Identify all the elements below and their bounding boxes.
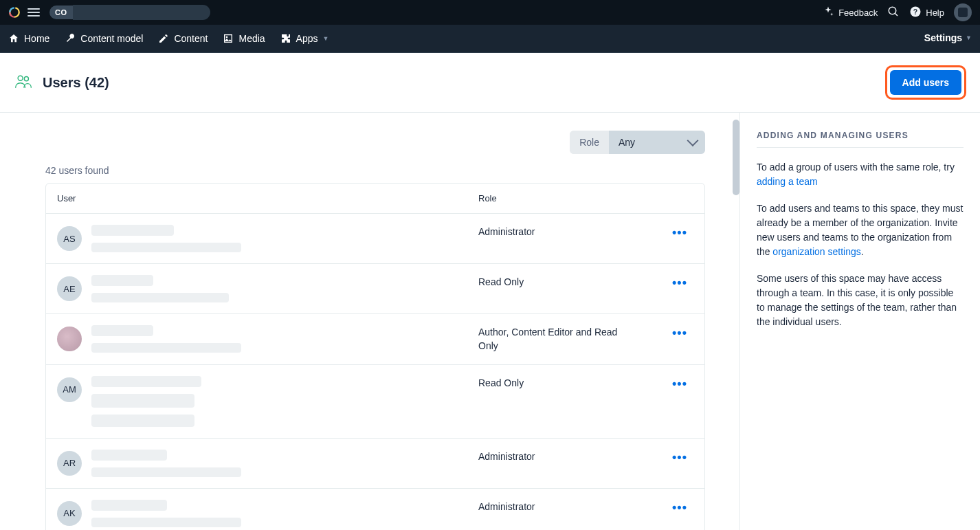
home-icon xyxy=(8,33,19,44)
user-email-redacted xyxy=(91,243,241,252)
nav-home[interactable]: Home xyxy=(8,33,49,44)
table-row[interactable]: AS Administrator ••• xyxy=(46,214,704,264)
chevron-down-icon: ▼ xyxy=(966,34,972,41)
filter-row: Role Any xyxy=(45,131,726,154)
space-name-redacted xyxy=(73,5,210,20)
table-row[interactable]: AK Administrator ••• xyxy=(46,489,704,530)
user-name-redacted xyxy=(91,500,167,511)
page-title: Users (42) xyxy=(43,75,109,91)
avatar xyxy=(57,327,82,351)
avatar: AM xyxy=(57,377,82,402)
user-email-redacted xyxy=(91,293,229,302)
user-email-redacted xyxy=(91,467,241,477)
main-content: Role Any 42 users found User Role AS Adm… xyxy=(0,113,980,530)
avatar: AE xyxy=(57,276,82,301)
nav-content-model[interactable]: Content model xyxy=(65,33,143,44)
more-actions-icon[interactable]: ••• xyxy=(672,501,687,514)
logo-icon[interactable] xyxy=(8,6,21,19)
puzzle-icon xyxy=(280,33,291,44)
user-name-redacted xyxy=(91,275,153,286)
more-actions-icon[interactable]: ••• xyxy=(672,451,687,463)
chevron-down-icon: ▼ xyxy=(323,35,329,42)
svg-text:?: ? xyxy=(913,7,917,15)
user-line3-redacted xyxy=(91,415,194,427)
role-filter-select[interactable]: Any xyxy=(609,131,705,154)
image-icon xyxy=(223,33,234,44)
column-header-user: User xyxy=(57,193,478,203)
results-count: 42 users found xyxy=(45,165,726,176)
help-icon: ? xyxy=(909,5,922,20)
space-selector[interactable]: CO xyxy=(49,5,210,20)
nav-settings-label: Settings xyxy=(924,32,962,43)
feedback-label: Feedback xyxy=(838,8,878,18)
add-users-button[interactable]: Add users xyxy=(890,70,961,95)
page-header: Users (42) Add users xyxy=(0,53,980,113)
more-actions-icon[interactable]: ••• xyxy=(672,226,687,239)
users-icon xyxy=(14,72,33,93)
user-role: Read Only xyxy=(478,275,666,289)
help-label: Help xyxy=(926,8,944,18)
role-filter-label: Role xyxy=(570,131,609,154)
user-role: Administrator xyxy=(478,225,666,239)
sidebar-heading: ADDING AND MANAGING USERS xyxy=(757,131,964,148)
table-row[interactable]: Author, Content Editor and Read Only ••• xyxy=(46,314,704,365)
nav-apps[interactable]: Apps ▼ xyxy=(280,33,329,44)
feedback-button[interactable]: Feedback xyxy=(822,5,878,20)
user-email-redacted xyxy=(91,518,241,527)
role-filter: Role Any xyxy=(570,131,705,154)
user-name-redacted xyxy=(91,325,153,336)
avatar: AK xyxy=(57,501,82,526)
wrench-icon xyxy=(65,33,76,44)
nav-settings[interactable]: Settings ▼ xyxy=(924,32,972,45)
svg-point-3 xyxy=(889,7,897,14)
nav-media[interactable]: Media xyxy=(223,33,265,44)
more-actions-icon[interactable]: ••• xyxy=(672,276,687,289)
user-name-redacted xyxy=(91,450,167,461)
nav-home-label: Home xyxy=(24,33,49,44)
svg-point-8 xyxy=(18,76,23,80)
table-row[interactable]: AM Read Only ••• xyxy=(46,365,704,439)
nav-apps-label: Apps xyxy=(296,33,318,44)
sparkle-icon xyxy=(822,5,834,20)
avatar: AS xyxy=(57,226,82,251)
user-line2-redacted xyxy=(91,394,194,408)
users-table: User Role AS Administrator ••• AE Read O… xyxy=(45,183,705,530)
more-actions-icon[interactable]: ••• xyxy=(672,327,687,339)
add-users-highlight: Add users xyxy=(885,65,966,100)
space-badge: CO xyxy=(49,5,73,19)
user-name-redacted xyxy=(91,225,174,236)
svg-point-7 xyxy=(226,36,228,38)
help-sidebar: ADDING AND MANAGING USERS To add a group… xyxy=(739,113,980,530)
more-actions-icon[interactable]: ••• xyxy=(672,377,687,390)
menu-icon[interactable] xyxy=(27,8,40,16)
search-icon[interactable] xyxy=(887,5,900,20)
user-role: Administrator xyxy=(478,500,666,514)
user-role: Read Only xyxy=(478,376,666,390)
help-button[interactable]: ? Help xyxy=(909,5,944,20)
user-email-redacted xyxy=(91,343,241,353)
table-header: User Role xyxy=(46,184,704,214)
user-name-redacted xyxy=(91,376,201,387)
nav-media-label: Media xyxy=(238,33,265,44)
user-avatar[interactable] xyxy=(954,3,972,21)
adding-team-link[interactable]: adding a team xyxy=(757,176,818,187)
org-settings-link[interactable]: organization settings xyxy=(772,246,860,257)
avatar: AR xyxy=(57,451,82,476)
svg-line-4 xyxy=(895,13,898,16)
pencil-icon xyxy=(158,33,169,44)
sidebar-paragraph-2: To add users and teams to this space, th… xyxy=(757,201,964,259)
sidebar-paragraph-3: Some users of this space may have access… xyxy=(757,272,964,329)
nav-content-label: Content xyxy=(174,33,208,44)
sidebar-paragraph-1: To add a group of users with the same ro… xyxy=(757,160,964,189)
user-role: Author, Content Editor and Read Only xyxy=(478,325,666,353)
svg-point-9 xyxy=(24,76,28,80)
topbar: CO Feedback ? Help xyxy=(0,0,980,25)
navbar: Home Content model Content Media Apps ▼ … xyxy=(0,25,980,53)
nav-content[interactable]: Content xyxy=(158,33,208,44)
table-row[interactable]: AR Administrator ••• xyxy=(46,439,704,489)
table-row[interactable]: AE Read Only ••• xyxy=(46,264,704,314)
user-role: Administrator xyxy=(478,450,666,463)
scrollbar[interactable] xyxy=(733,120,739,195)
content-column: Role Any 42 users found User Role AS Adm… xyxy=(0,113,739,530)
nav-content-model-label: Content model xyxy=(80,33,143,44)
